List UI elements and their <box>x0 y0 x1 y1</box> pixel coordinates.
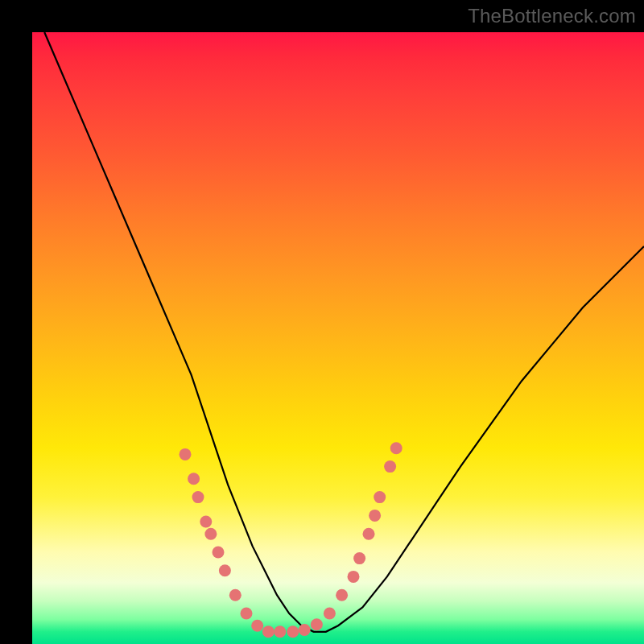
data-point-marker <box>204 528 217 540</box>
data-point-marker <box>251 620 263 632</box>
data-point-marker <box>192 491 204 503</box>
data-point-marker <box>229 589 242 601</box>
data-point-marker <box>274 625 286 638</box>
data-point-marker <box>213 547 225 559</box>
plot-area <box>32 32 644 644</box>
data-point-marker <box>219 564 231 576</box>
data-point-marker <box>336 589 348 601</box>
data-point-marker <box>324 608 336 620</box>
data-point-marker <box>369 510 381 522</box>
curve-svg <box>32 32 644 644</box>
data-point-marker <box>287 625 299 638</box>
data-point-marker <box>200 516 212 528</box>
data-point-marker <box>299 624 311 636</box>
data-point-marker <box>188 473 200 485</box>
data-point-marker <box>390 442 402 454</box>
chart-frame: TheBottleneck.com <box>0 0 644 644</box>
data-point-marker <box>262 625 275 638</box>
data-point-marker <box>374 491 386 503</box>
watermark-text: TheBottleneck.com <box>468 5 636 27</box>
marker-group <box>180 442 402 638</box>
data-point-marker <box>363 528 375 540</box>
bottleneck-curve <box>44 32 644 632</box>
data-point-marker <box>348 571 360 583</box>
data-point-marker <box>353 552 365 564</box>
data-point-marker <box>180 448 192 460</box>
data-point-marker <box>311 618 323 630</box>
data-point-marker <box>241 608 253 620</box>
data-point-marker <box>384 460 396 473</box>
